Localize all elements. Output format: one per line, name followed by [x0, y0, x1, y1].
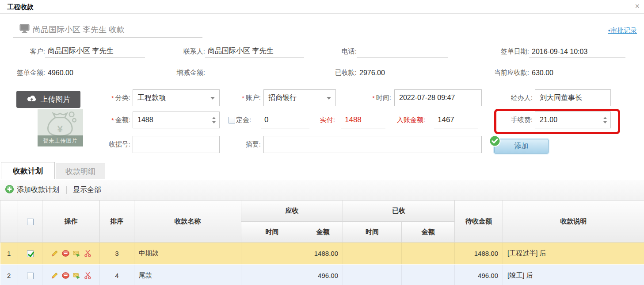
cell-due-time	[241, 243, 303, 265]
table-row: 2 4 尾款	[0, 265, 644, 285]
receive-money-icon[interactable]	[73, 250, 80, 257]
receive-money-icon[interactable]	[73, 272, 80, 279]
handler-input-field[interactable]	[540, 94, 606, 102]
field-label: 当前应收款:	[479, 69, 529, 79]
field-value[interactable]	[357, 56, 448, 58]
field-label: 增减金额:	[170, 69, 205, 79]
time-input[interactable]	[394, 89, 482, 106]
field-sign-amount: 签单金额: 4960.00	[10, 65, 145, 79]
amount-input[interactable]	[133, 112, 220, 128]
fee-input[interactable]	[535, 112, 611, 128]
field-value[interactable]: 2976.00	[357, 69, 448, 79]
receipt-no-input[interactable]	[133, 136, 220, 153]
field-value[interactable]	[205, 77, 304, 79]
field-received: 已收款: 2976.00	[324, 65, 448, 79]
field-phone: 电话:	[324, 44, 448, 58]
time-label: * 时间:	[351, 89, 391, 106]
col-received-amount: 金额	[402, 222, 455, 243]
cell-note: [工程过半] 后	[503, 243, 644, 265]
row-checkbox[interactable]	[27, 273, 34, 279]
col-note: 收款说明	[503, 200, 644, 243]
col-due-amount: 金额	[303, 222, 343, 243]
summary-input-field[interactable]	[268, 141, 477, 149]
field-sign-date: 签单日期: 2016-09-14 10:03	[479, 44, 625, 58]
handler-label: 经办人:	[493, 89, 533, 106]
page-title: 工程收款	[7, 3, 34, 12]
col-select	[18, 200, 42, 243]
fee-label: 手续费:	[493, 112, 533, 128]
cell-pending-amount: 496.00	[455, 265, 503, 285]
field-value[interactable]: 尚品国际小区 李先生	[45, 46, 145, 58]
cell-order: 3	[100, 243, 134, 265]
fee-spinner[interactable]	[602, 112, 608, 128]
show-all-button[interactable]: 显示全部	[73, 185, 101, 195]
document-title: 尚品国际小区 李先生 收款	[33, 24, 125, 35]
split-scissors-icon[interactable]	[84, 250, 91, 257]
account-select[interactable]: 招商银行	[263, 89, 336, 106]
required-star: *	[372, 94, 375, 102]
account-value: 招商银行	[268, 93, 297, 103]
tab-bar: 收款计划 收款明细	[0, 162, 644, 179]
amount-label: * 金额:	[91, 112, 130, 128]
doc-title-underline	[13, 37, 202, 38]
svg-text:¥: ¥	[57, 123, 63, 135]
row-number: 2	[0, 265, 18, 285]
delete-minus-icon[interactable]	[62, 250, 69, 257]
col-received-time: 时间	[343, 222, 402, 243]
fee-input-field[interactable]	[540, 116, 606, 124]
chevron-down-icon	[210, 97, 215, 100]
row-checkbox[interactable]	[27, 250, 34, 257]
check-circle-icon	[489, 135, 501, 149]
category-select[interactable]: 工程款项	[133, 89, 220, 106]
chevron-down-icon	[327, 97, 331, 100]
add-plan-label: 添加收款计划	[17, 185, 59, 195]
cell-pending-amount: 1488.00	[455, 243, 503, 265]
amount-input-field[interactable]	[137, 116, 215, 124]
booked-amount-value: 1467	[434, 112, 478, 128]
cell-due-time	[241, 265, 303, 285]
field-label: 联系人:	[170, 47, 205, 58]
booked-amount-label: 入账金额:	[385, 112, 425, 128]
edit-pencil-icon[interactable]	[51, 250, 58, 257]
show-all-label: 显示全部	[73, 185, 101, 195]
account-label: * 账户:	[221, 89, 261, 106]
col-pending: 待收金额	[455, 200, 503, 243]
edit-pencil-icon[interactable]	[51, 272, 58, 279]
split-scissors-icon[interactable]	[84, 272, 91, 279]
field-value[interactable]: 尚品国际小区 李先生	[205, 46, 304, 58]
row-number: 1	[0, 243, 18, 265]
image-placeholder: ¥ 暂未上传图片	[38, 109, 83, 146]
paid-value: 1488	[341, 112, 385, 128]
handler-input[interactable]	[535, 89, 611, 106]
deposit-checkbox[interactable]	[229, 117, 235, 123]
monitor-icon	[19, 24, 30, 35]
tab-payment-plan[interactable]: 收款计划	[1, 162, 55, 179]
close-icon[interactable]: ×	[635, 2, 640, 11]
field-value[interactable]: 2016-09-14 10:03	[529, 48, 625, 58]
field-current-due: 当前应收款: 630.00	[479, 65, 625, 79]
summary-input[interactable]	[263, 136, 482, 153]
tab-payment-detail[interactable]: 收款明细	[56, 163, 105, 179]
cloud-upload-icon	[27, 94, 37, 104]
field-value[interactable]: 4960.00	[45, 69, 145, 79]
upload-button-label: 上传图片	[41, 94, 71, 104]
approval-record-link[interactable]: •审批记录	[608, 27, 637, 35]
field-value[interactable]: 630.00	[529, 69, 625, 79]
add-button[interactable]: 添加	[494, 139, 549, 154]
add-plan-button[interactable]: 添加收款计划	[5, 185, 59, 195]
table-row: 1 3 中期款	[0, 243, 644, 265]
cell-name: 尾款	[134, 265, 241, 285]
amount-spinner[interactable]	[211, 112, 217, 128]
cell-note: [竣工] 后	[503, 265, 644, 285]
receipt-no-input-field[interactable]	[137, 141, 215, 149]
upload-image-button[interactable]: 上传图片	[16, 91, 80, 108]
cell-due-amount: 1488.00	[303, 243, 343, 265]
select-all-checkbox[interactable]	[27, 219, 34, 225]
required-star: *	[111, 116, 114, 124]
cell-received-amount	[402, 265, 455, 285]
delete-minus-icon[interactable]	[62, 272, 69, 279]
deposit-group: 定金:	[229, 112, 251, 128]
time-input-field[interactable]	[399, 94, 477, 102]
category-value: 工程款项	[137, 93, 166, 103]
col-due-time: 时间	[241, 222, 303, 243]
